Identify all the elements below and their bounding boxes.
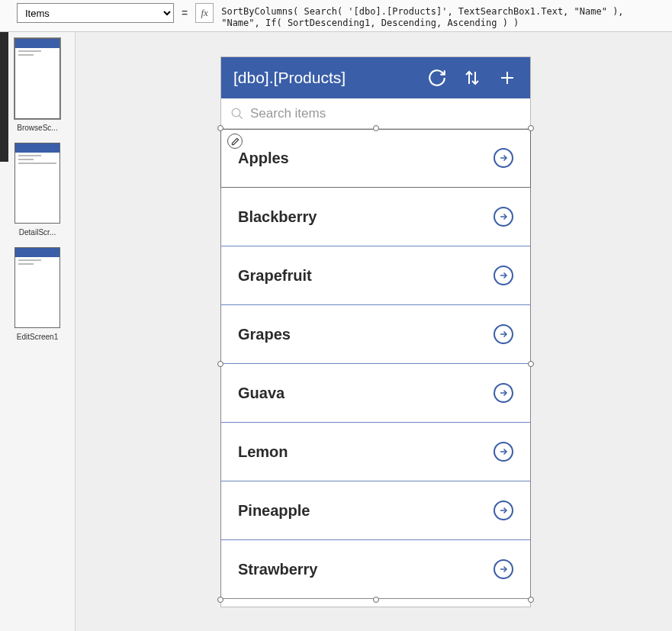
resize-handle[interactable] xyxy=(373,125,379,131)
app-header: [dbo].[Products] xyxy=(221,57,530,98)
panel-dark-strip xyxy=(0,32,8,162)
next-arrow-icon[interactable] xyxy=(494,207,513,227)
list-item[interactable]: Lemon xyxy=(221,423,530,481)
item-name: Strawberry xyxy=(238,561,494,578)
next-arrow-icon[interactable] xyxy=(494,442,513,462)
search-icon xyxy=(230,107,244,121)
resize-handle[interactable] xyxy=(373,597,379,603)
resize-handle[interactable] xyxy=(528,125,534,131)
resize-handle[interactable] xyxy=(217,125,223,131)
resize-handle[interactable] xyxy=(528,361,534,367)
phone-preview: [dbo].[Products] xyxy=(220,56,531,607)
add-icon[interactable] xyxy=(497,67,518,89)
item-name: Guava xyxy=(238,385,494,402)
list-item[interactable]: Grapes xyxy=(221,305,530,364)
list-item[interactable]: Strawberry xyxy=(221,540,530,599)
item-name: Apples xyxy=(238,150,494,167)
formula-bar: Items = fx SortByColumns( Search( '[dbo]… xyxy=(0,0,672,32)
list-item[interactable]: Pineapple xyxy=(221,481,530,540)
thumbnail-label: DetailScr... xyxy=(14,228,60,237)
search-bar xyxy=(221,98,530,129)
next-arrow-icon[interactable] xyxy=(494,501,513,520)
thumbnail-detail[interactable]: DetailScr... xyxy=(14,143,60,237)
resize-handle[interactable] xyxy=(528,597,534,603)
fx-button[interactable]: fx xyxy=(195,3,214,23)
item-name: Grapes xyxy=(238,326,494,343)
list-item[interactable]: Blackberry xyxy=(221,188,530,246)
refresh-icon[interactable] xyxy=(426,67,448,89)
edit-template-icon[interactable] xyxy=(227,134,243,149)
next-arrow-icon[interactable] xyxy=(494,266,513,285)
sort-icon[interactable] xyxy=(461,67,483,89)
resize-handle[interactable] xyxy=(217,597,223,603)
thumbnail-browse[interactable]: BrowseSc... xyxy=(14,38,60,132)
equals-sign: = xyxy=(182,3,188,23)
formula-text[interactable]: SortByColumns( Search( '[dbo].[Products]… xyxy=(214,3,672,32)
item-name: Blackberry xyxy=(238,208,494,226)
property-select[interactable]: Items xyxy=(17,3,174,23)
thumbnail-edit[interactable]: EditScreen1 xyxy=(14,247,60,341)
resize-handle[interactable] xyxy=(217,361,223,367)
next-arrow-icon[interactable] xyxy=(494,324,513,344)
next-arrow-icon[interactable] xyxy=(494,383,513,403)
next-arrow-icon[interactable] xyxy=(494,559,513,579)
svg-line-5 xyxy=(239,115,243,119)
thumbnail-label: EditScreen1 xyxy=(14,333,60,341)
search-input[interactable] xyxy=(250,106,521,121)
svg-point-4 xyxy=(232,108,240,117)
workspace: BrowseSc... DetailScr... EditScreen1 [db… xyxy=(0,32,672,631)
item-name: Grapefruit xyxy=(238,267,494,285)
list-item[interactable]: Guava xyxy=(221,364,530,423)
gallery[interactable]: Apples Blackberry Grapefruit Grapes xyxy=(221,129,530,599)
app-title: [dbo].[Products] xyxy=(233,69,413,87)
item-name: Lemon xyxy=(238,443,494,461)
thumbnail-label: BrowseSc... xyxy=(14,124,60,132)
gallery-selection-wrap: Apples Blackberry Grapefruit Grapes xyxy=(221,129,530,599)
next-arrow-icon[interactable] xyxy=(494,148,513,168)
list-item[interactable]: Grapefruit xyxy=(221,246,530,305)
item-name: Pineapple xyxy=(238,502,494,520)
list-item[interactable]: Apples xyxy=(221,129,530,188)
screen-thumbnails-panel: BrowseSc... DetailScr... EditScreen1 xyxy=(0,32,76,631)
canvas-area[interactable]: [dbo].[Products] xyxy=(76,32,672,631)
